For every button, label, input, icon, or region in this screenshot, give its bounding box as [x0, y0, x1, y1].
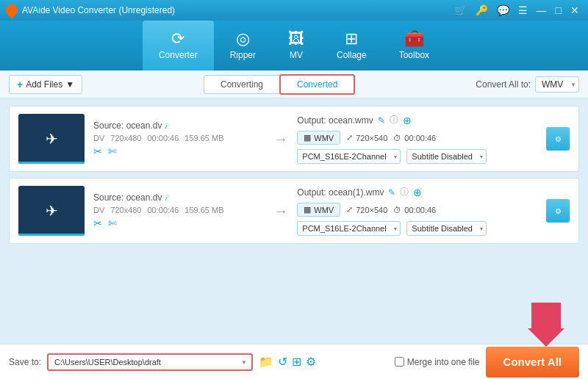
arrow-2: → — [273, 203, 288, 220]
format-icon-2: ▦ — [304, 205, 311, 214]
minimize-button[interactable]: — — [534, 4, 550, 16]
scissors-icon-1[interactable]: ✄ — [108, 145, 117, 157]
copy-icon-button[interactable]: ⊞ — [292, 355, 301, 369]
bottom-icons: 📁 ↺ ⊞ ⚙ — [259, 355, 316, 369]
nav-item-toolbox[interactable]: 🧰 Toolbox — [383, 21, 445, 71]
nav-label-mv: MV — [290, 50, 303, 60]
nav-label-collage: Collage — [337, 50, 367, 60]
plus-icon: + — [17, 79, 23, 90]
res-icon-1: ⤢ — [346, 133, 353, 142]
add-files-dropdown-icon[interactable]: ▼ — [65, 79, 74, 90]
convert-all-label: Convert All — [503, 355, 562, 368]
res-icon-2: ⤢ — [346, 205, 353, 214]
file-item-2: ✈ Source: ocean.dv 𝑖 DV 720x480 00:00:46… — [9, 178, 579, 244]
title-bar-controls: 🛒 🔑 💬 ☰ — □ ✕ — [451, 4, 582, 16]
action-button-2[interactable]: ⚙ — [546, 199, 570, 223]
arrow-1: → — [273, 131, 288, 148]
file-source-2: Source: ocean.dv 𝑖 — [93, 192, 265, 203]
source-label-2: Source: ocean.dv — [93, 192, 162, 203]
thumbnail-1: ✈ — [18, 114, 85, 164]
chat-icon[interactable]: 💬 — [494, 4, 512, 16]
title-bar: AVAide Video Converter (Unregistered) 🛒 … — [0, 0, 588, 21]
audio-select-1[interactable]: PCM_S16LE-2Channel — [297, 149, 401, 164]
output-name-1: Output: ocean.wmv ✎ ⓘ ⊕ — [297, 114, 537, 126]
format-select-wrapper: WMV — [535, 76, 579, 93]
file-item: ✈ Source: ocean.dv 𝑖 DV 720x480 00:00:46… — [9, 106, 579, 172]
format-select[interactable]: WMV — [535, 76, 579, 93]
edit-icon-2[interactable]: ✎ — [388, 187, 395, 198]
tab-converting[interactable]: Converting — [204, 75, 280, 94]
output-format-badge-1: ▦ WMV — [297, 131, 340, 145]
menu-icon[interactable]: ☰ — [515, 4, 531, 16]
size-label-1: 159.65 MB — [184, 134, 223, 142]
action-button-1[interactable]: ⚙ — [546, 127, 570, 151]
info-icon-1[interactable]: 𝑖 — [165, 121, 167, 131]
output-row-2: ▦ WMV ⤢ 720×540 ⏱ 00:00:46 — [297, 203, 537, 217]
time-value-2: 00:00:46 — [404, 206, 436, 214]
subtitle-select-2[interactable]: Subtitle Disabled — [406, 221, 487, 236]
file-info-1: Source: ocean.dv 𝑖 DV 720x480 00:00:46 1… — [93, 120, 265, 157]
add-files-label: Add Files — [26, 79, 62, 90]
converter-icon: ⟳ — [171, 31, 184, 47]
title-bar-left: AVAide Video Converter (Unregistered) — [6, 4, 175, 16]
key-icon[interactable]: 🔑 — [473, 4, 491, 16]
save-path-input[interactable] — [49, 355, 251, 369]
nav-item-mv[interactable]: 🖼 MV — [272, 21, 320, 71]
output-dropdowns-1: PCM_S16LE-2Channel Subtitle Disabled — [297, 149, 537, 164]
output-info-icon-2[interactable]: ⓘ — [400, 186, 409, 198]
audio-select-2[interactable]: PCM_S16LE-2Channel — [297, 221, 401, 236]
toolbox-icon: 🧰 — [404, 31, 424, 47]
output-plus-icon-2[interactable]: ⊕ — [413, 187, 422, 198]
nav-label-ripper: Ripper — [230, 50, 256, 60]
file-meta-1: DV 720x480 00:00:46 159.65 MB — [93, 134, 265, 142]
settings-icon-button[interactable]: ⚙ — [306, 355, 316, 369]
action-icon-2: ⚙ — [555, 207, 562, 215]
nav-item-converter[interactable]: ⟳ Converter — [143, 21, 214, 71]
audio-select-wrapper-1: PCM_S16LE-2Channel — [297, 149, 401, 164]
output-plus-icon-1[interactable]: ⊕ — [403, 115, 412, 126]
scissors-icon-2[interactable]: ✄ — [108, 217, 117, 229]
res-label-2: 720x480 — [110, 206, 141, 214]
clock-icon-1: ⏱ — [393, 134, 401, 142]
cut-icon-1[interactable]: ✂ — [93, 145, 102, 157]
convert-all-button[interactable]: Convert All — [486, 347, 579, 378]
output-time-2: ⏱ 00:00:46 — [393, 206, 436, 214]
merge-checkbox[interactable] — [395, 357, 404, 367]
ripper-icon: ◎ — [236, 31, 250, 47]
tab-converted[interactable]: Converted — [279, 74, 355, 95]
cart-icon[interactable]: 🛒 — [451, 4, 470, 16]
merge-label: Merge into one file — [395, 357, 480, 367]
thumbnail-progress-bar-2 — [18, 234, 85, 236]
refresh-icon-button[interactable]: ↺ — [278, 355, 287, 369]
res-value-1: 720×540 — [356, 134, 387, 142]
info-icon-2[interactable]: 𝑖 — [165, 193, 167, 203]
edit-icon-1[interactable]: ✎ — [378, 115, 385, 126]
close-button[interactable]: ✕ — [567, 4, 582, 16]
video-preview-icon-2: ✈ — [46, 202, 58, 220]
maximize-button[interactable]: □ — [553, 4, 564, 16]
video-preview-icon: ✈ — [46, 130, 58, 148]
file-actions-1: ✂ ✄ — [93, 145, 265, 157]
nav-label-toolbox: Toolbox — [399, 50, 429, 60]
subtitle-select-1[interactable]: Subtitle Disabled — [406, 149, 487, 164]
format-icon-1: ▦ — [304, 133, 311, 142]
nav-item-collage[interactable]: ⊞ Collage — [320, 21, 383, 71]
output-format-badge-2: ▦ WMV — [297, 203, 340, 217]
file-meta-2: DV 720x480 00:00:46 159.65 MB — [93, 206, 265, 214]
source-label-1: Source: ocean.dv — [93, 120, 162, 131]
bottom-bar: Save to: 📁 ↺ ⊞ ⚙ Merge into one file Con… — [0, 344, 588, 379]
nav-item-ripper[interactable]: ◎ Ripper — [214, 21, 272, 71]
file-list: ✈ Source: ocean.dv 𝑖 DV 720x480 00:00:46… — [0, 98, 588, 379]
output-info-icon-1[interactable]: ⓘ — [390, 114, 398, 126]
title-bar-text: AVAide Video Converter (Unregistered) — [22, 5, 175, 15]
folder-icon-button[interactable]: 📁 — [259, 355, 273, 369]
clock-icon-2: ⏱ — [393, 206, 401, 214]
tabs-container: Converting Converted — [88, 75, 470, 94]
add-files-button[interactable]: + Add Files ▼ — [9, 75, 82, 94]
convert-all-wrapper: Convert All — [486, 347, 579, 378]
cut-icon-2[interactable]: ✂ — [93, 217, 102, 229]
output-format-label-2: WMV — [314, 206, 334, 214]
toolbar: + Add Files ▼ Converting Converted Conve… — [0, 71, 588, 98]
thumbnail-progress-bar — [18, 162, 85, 164]
res-label-1: 720x480 — [110, 134, 141, 142]
